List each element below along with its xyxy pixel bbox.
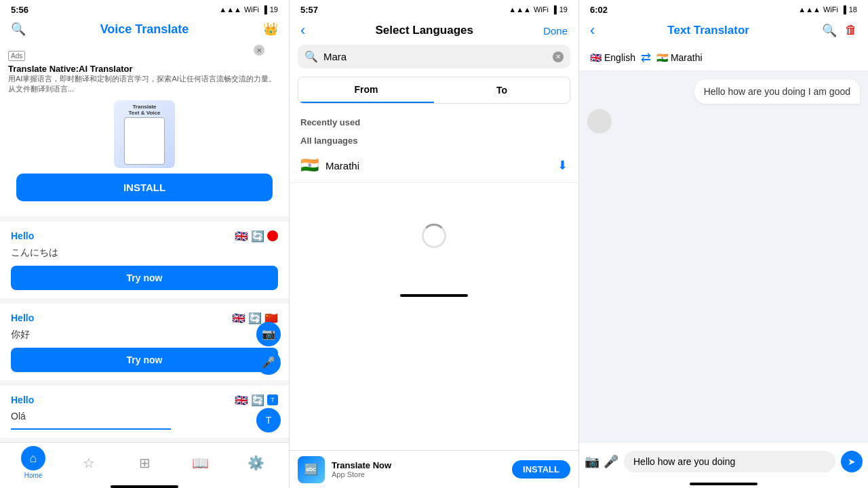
nav-bar-p3: ‹ Text Translator 🔍 🗑 (579, 19, 868, 45)
nav-actions-p3: 🔍 🗑 (822, 23, 857, 38)
send-button[interactable]: ➤ (841, 451, 863, 472)
battery-value-p3: 18 (849, 5, 857, 14)
search-input-p2[interactable] (323, 51, 547, 62)
home-indicator-p3 (690, 483, 757, 485)
card-source-3: Hello (11, 394, 34, 405)
swap-languages-button[interactable]: ⇄ (641, 50, 651, 65)
uk-flag-2: 🇬🇧 (232, 312, 245, 325)
ad-title: Translate Native:AI Translator (8, 64, 281, 74)
appstore-text: Translate Now App Store (332, 460, 505, 479)
mic-fab[interactable]: 🎤 (256, 350, 281, 375)
card-source-1: Hello (11, 230, 34, 241)
crown-icon-p1: 👑 (263, 22, 278, 37)
nav-apps[interactable]: ⊞ (117, 455, 172, 471)
install-button-ad[interactable]: INSTALL (16, 174, 273, 201)
language-switcher: 🇬🇧 English ⇄ 🇮🇳 Marathi (579, 45, 868, 71)
appstore-banner: 🔤 Translate Now App Store INSTALL (290, 450, 578, 488)
panel-select-languages: 5:57 ▲▲▲ WiFi ▐ 19 ‹ Select Languages Do… (290, 0, 579, 488)
appstore-icon: 🔤 (298, 456, 325, 483)
message-input[interactable] (624, 451, 835, 472)
wifi-icon-p3: WiFi (823, 5, 838, 14)
status-icons-p1: ▲▲▲ WiFi ▐ 19 (219, 5, 278, 14)
clear-search-button[interactable]: ✕ (553, 52, 564, 62)
ad-desc: 用AI掌握语言，即时翻译和定制的语言学习，探索AI让任何语言流畅交流的力量。从文… (8, 74, 281, 95)
recently-used-header: Recently used (290, 112, 578, 130)
mic-icon-input[interactable]: 🎤 (604, 454, 618, 469)
battery-icon-p2: ▐ (551, 5, 557, 14)
marathi-flag: 🇮🇳 (300, 157, 319, 174)
card-flags-3: 🇬🇧 🔄 T (235, 394, 278, 407)
input-bar: 📷 🎤 ➤ (579, 442, 868, 480)
ad-label: Ads (8, 51, 25, 61)
to-button[interactable]: To (434, 77, 570, 103)
search-icon-p2: 🔍 (304, 50, 318, 63)
from-button[interactable]: From (298, 77, 434, 103)
status-icons-p2: ▲▲▲ WiFi ▐ 19 (509, 5, 568, 14)
nav-bar-p1: 🔍 Voice Translate 👑 (0, 19, 289, 42)
all-languages-header: All languages (290, 130, 578, 148)
ad-banner: ✕ Ads Translate Native:AI Translator 用AI… (0, 42, 289, 216)
language-item-marathi[interactable]: 🇮🇳 Marathi ⬇ (290, 148, 578, 183)
book-icon: 📖 (192, 455, 209, 471)
home-indicator-p1 (111, 485, 178, 488)
nav-home[interactable]: ⌂ Home (5, 446, 61, 479)
camera-icon-input[interactable]: 📷 (585, 454, 599, 469)
signal-icon-p3: ▲▲▲ (798, 5, 821, 14)
appstore-app-name: Translate Now (332, 460, 505, 470)
translation-card-1: Hello 🇬🇧 🔄 こんにちは Try now (0, 222, 289, 298)
nav-settings[interactable]: ⚙️ (228, 455, 283, 471)
battery-icon-p1: ▐ (262, 5, 267, 14)
card-header-1: Hello 🇬🇧 🔄 (11, 230, 278, 243)
signal-icon-p2: ▲▲▲ (509, 5, 531, 14)
done-button[interactable]: Done (543, 25, 568, 37)
nav-book[interactable]: 📖 (172, 455, 228, 471)
download-icon[interactable]: ⬇ (557, 158, 568, 173)
input-icons: 📷 🎤 (585, 454, 618, 469)
card-source-2: Hello (11, 312, 34, 323)
uk-flag-3: 🇬🇧 (235, 394, 248, 407)
loading-spinner (290, 183, 578, 289)
status-time-p2: 5:57 (300, 5, 318, 15)
translation-card-3: Hello 🇬🇧 🔄 T Olá T (0, 386, 289, 438)
translation-card-2: Hello 🇬🇧 🔄 🇨🇳 你好 Try now 📷 🎤 (0, 304, 289, 380)
home-indicator-p2 (400, 294, 468, 297)
marathi-name: Marathi (326, 160, 551, 171)
from-to-toggle: From To (298, 77, 570, 104)
status-bar-p1: 5:56 ▲▲▲ WiFi ▐ 19 (0, 0, 289, 19)
translate-icon: 🔤 (304, 463, 318, 476)
close-ad-button[interactable]: ✕ (254, 45, 264, 56)
card-translation-3: Olá (11, 411, 278, 422)
bottom-nav-p1: ⌂ Home ☆ ⊞ 📖 ⚙️ (0, 442, 289, 483)
to-lang-chip[interactable]: 🇮🇳 Marathi (656, 52, 703, 63)
trash-icon-p3[interactable]: 🗑 (845, 23, 857, 38)
search-icon-p3[interactable]: 🔍 (822, 23, 837, 38)
uk-flag-1: 🇬🇧 (235, 230, 248, 243)
back-button-p3[interactable]: ‹ (590, 22, 595, 39)
try-now-button-1[interactable]: Try now (11, 266, 278, 290)
avatar (587, 109, 612, 134)
swap-icon-1: 🔄 (251, 230, 264, 243)
status-bar-p3: 6:02 ▲▲▲ WiFi ▐ 18 (579, 0, 868, 19)
from-flag: 🇬🇧 (590, 52, 601, 63)
search-icon-p1[interactable]: 🔍 (11, 22, 26, 37)
text-fab[interactable]: T (256, 408, 281, 432)
card-header-2: Hello 🇬🇧 🔄 🇨🇳 (11, 312, 278, 325)
appstore-install-button[interactable]: INSTALL (512, 460, 570, 479)
status-icons-p3: ▲▲▲ WiFi ▐ 18 (798, 5, 857, 14)
message-bubble: Hello how are you doing I am good (694, 79, 860, 104)
nav-star[interactable]: ☆ (61, 455, 117, 471)
nav-bar-p2: ‹ Select Languages Done (290, 19, 578, 45)
try-now-button-2[interactable]: Try now (11, 348, 278, 372)
content-p1: ✕ Ads Translate Native:AI Translator 用AI… (0, 42, 289, 442)
camera-fab[interactable]: 📷 (256, 322, 281, 346)
from-lang-chip[interactable]: 🇬🇧 English (590, 52, 635, 63)
battery-value-p2: 19 (559, 5, 568, 14)
page-title-p1: Voice Translate (100, 22, 189, 37)
card-translation-2: 你好 (11, 329, 278, 341)
page-title-p3: Text Translator (667, 24, 749, 37)
panel-text-translator: 6:02 ▲▲▲ WiFi ▐ 18 ‹ Text Translator 🔍 🗑… (579, 0, 868, 488)
to-flag: 🇮🇳 (656, 52, 668, 63)
back-button-p2[interactable]: ‹ (300, 22, 305, 39)
from-lang-name: English (604, 52, 635, 63)
search-bar-p2[interactable]: 🔍 ✕ (298, 45, 570, 68)
